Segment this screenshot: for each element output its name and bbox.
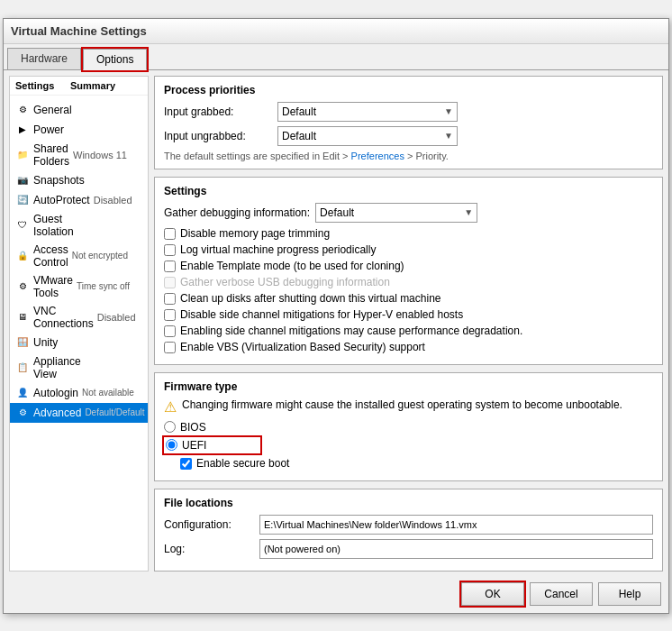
- warning-icon: ⚠: [164, 398, 177, 416]
- secure-boot-row: Enable secure boot: [180, 457, 653, 470]
- vmware-tools-summary: Time sync off: [77, 281, 142, 291]
- sidebar-item-snapshots[interactable]: 📷 Snapshots: [10, 170, 148, 190]
- button-bar: OK Cancel Help: [4, 577, 668, 613]
- appliance-label: Appliance View: [33, 355, 81, 380]
- preferences-link[interactable]: Preferences: [351, 151, 404, 161]
- sidebar-item-vmware-tools[interactable]: ⚙ VMware Tools Time sync off: [10, 271, 148, 302]
- uefi-radio-row: UEFI: [164, 437, 260, 453]
- process-priorities-title: Process priorities: [164, 84, 653, 96]
- input-grabbed-arrow: ▼: [444, 106, 453, 116]
- clean-up-disks-row: Clean up disks after shutting down this …: [164, 292, 653, 305]
- left-panel: Settings Summary ⚙ General ▶ Power 📁 Sha…: [9, 76, 149, 572]
- autologin-label: Autologin: [33, 387, 78, 399]
- config-value: E:\Virtual Machines\New folder\Windows 1…: [259, 515, 653, 535]
- disable-memory-row: Disable memory page trimming: [164, 227, 653, 240]
- input-grabbed-dropdown[interactable]: Default ▼: [277, 102, 458, 122]
- gather-verbose-checkbox[interactable]: [164, 277, 176, 288]
- sidebar-item-general[interactable]: ⚙ General: [10, 100, 148, 120]
- enabling-side-channel-row: Enabling side channel mitigations may ca…: [164, 325, 653, 337]
- right-panel: Process priorities Input grabbed: Defaul…: [154, 76, 663, 572]
- sidebar-item-vnc-connections[interactable]: 🖥 VNC Connections Disabled: [10, 302, 148, 333]
- enabling-side-channel-label: Enabling side channel mitigations may ca…: [180, 325, 522, 337]
- firmware-warning: ⚠ Changing firmware might cause the inst…: [164, 398, 653, 416]
- appliance-icon: 📋: [15, 361, 30, 375]
- sidebar-item-guest-isolation[interactable]: 🛡 Guest Isolation: [10, 210, 148, 241]
- firmware-section: Firmware type ⚠ Changing firmware might …: [154, 372, 663, 481]
- guest-isolation-icon: 🛡: [15, 218, 30, 233]
- log-progress-label: Log virtual machine progress periodicall…: [180, 243, 376, 256]
- enabling-side-channel-checkbox[interactable]: [164, 325, 176, 337]
- dialog-title: Virtual Machine Settings: [11, 24, 147, 38]
- sidebar-item-autologin[interactable]: 👤 Autologin Not available: [10, 383, 148, 403]
- bios-radio[interactable]: [164, 421, 176, 433]
- sidebar-item-autoprotect[interactable]: 🔄 AutoProtect Disabled: [10, 190, 148, 210]
- gather-debug-arrow: ▼: [464, 207, 473, 217]
- summary-col-header: Summary: [70, 80, 142, 91]
- log-label: Log:: [164, 543, 254, 555]
- main-content: Settings Summary ⚙ General ▶ Power 📁 Sha…: [4, 70, 668, 577]
- file-locations-title: File locations: [164, 497, 653, 509]
- settings-col-header: Settings: [15, 80, 65, 91]
- sidebar-item-shared-folders[interactable]: 📁 Shared Folders Windows 11: [10, 140, 148, 170]
- config-row: Configuration: E:\Virtual Machines\New f…: [164, 515, 653, 535]
- disable-memory-checkbox[interactable]: [164, 228, 176, 240]
- help-button[interactable]: Help: [598, 582, 661, 606]
- unity-label: Unity: [33, 336, 58, 349]
- guest-isolation-label: Guest Isolation: [33, 213, 74, 238]
- tab-hardware[interactable]: Hardware: [7, 48, 81, 69]
- autologin-icon: 👤: [15, 386, 30, 400]
- ok-button[interactable]: OK: [461, 582, 524, 606]
- process-priorities-section: Process priorities Input grabbed: Defaul…: [154, 76, 663, 169]
- shared-folders-icon: 📁: [15, 148, 30, 162]
- input-ungrabbed-arrow: ▼: [444, 131, 453, 141]
- input-ungrabbed-dropdown[interactable]: Default ▼: [277, 126, 458, 146]
- gather-debug-dropdown[interactable]: Default ▼: [315, 203, 477, 223]
- secure-boot-label: Enable secure boot: [196, 457, 289, 470]
- secure-boot-checkbox[interactable]: [180, 458, 192, 470]
- power-icon: ▶: [15, 123, 30, 137]
- cancel-button[interactable]: Cancel: [530, 582, 593, 606]
- advanced-label: Advanced: [33, 407, 81, 419]
- vnc-label: VNC Connections: [33, 305, 94, 330]
- vnc-icon: 🖥: [15, 310, 30, 325]
- log-progress-checkbox[interactable]: [164, 244, 176, 256]
- tab-options[interactable]: Options: [83, 49, 147, 70]
- disable-side-channel-label: Disable side channel mitigations for Hyp…: [180, 308, 463, 321]
- autoprotect-icon: 🔄: [15, 193, 30, 207]
- disable-side-channel-row: Disable side channel mitigations for Hyp…: [164, 308, 653, 321]
- access-control-label: Access Control: [33, 243, 68, 269]
- disable-memory-label: Disable memory page trimming: [180, 227, 330, 240]
- log-value: (Not powered on): [259, 539, 653, 559]
- snapshots-icon: 📷: [15, 173, 30, 187]
- uefi-radio[interactable]: [166, 439, 177, 451]
- access-control-summary: Not encrypted: [72, 251, 142, 261]
- firmware-title: Firmware type: [164, 380, 653, 393]
- sidebar-item-power[interactable]: ▶ Power: [10, 120, 148, 140]
- sidebar-item-access-control[interactable]: 🔒 Access Control Not encrypted: [10, 241, 148, 271]
- enable-vbs-checkbox[interactable]: [164, 342, 176, 353]
- sidebar-item-advanced[interactable]: ⚙ Advanced Default/Default: [10, 403, 148, 423]
- gather-debug-label: Gather debugging information:: [164, 206, 310, 219]
- settings-title: Settings: [164, 185, 653, 197]
- shared-folders-label: Shared Folders: [33, 142, 69, 168]
- power-label: Power: [33, 123, 64, 136]
- snapshots-label: Snapshots: [33, 174, 85, 187]
- title-bar: Virtual Machine Settings: [4, 19, 668, 44]
- dialog: Virtual Machine Settings Hardware Option…: [3, 18, 669, 614]
- clean-up-disks-checkbox[interactable]: [164, 293, 176, 305]
- enable-vbs-label: Enable VBS (Virtualization Based Securit…: [180, 341, 425, 353]
- tab-bar: Hardware Options: [4, 44, 668, 70]
- general-icon: ⚙: [15, 103, 30, 117]
- sidebar-item-appliance-view[interactable]: 📋 Appliance View: [10, 352, 148, 383]
- gather-verbose-label: Gather verbose USB debugging information: [180, 276, 390, 288]
- disable-side-channel-checkbox[interactable]: [164, 309, 176, 321]
- sidebar-item-unity[interactable]: 🪟 Unity: [10, 333, 148, 352]
- input-ungrabbed-value: Default: [282, 130, 316, 142]
- enable-template-checkbox[interactable]: [164, 261, 176, 272]
- gather-debug-row: Gather debugging information: Default ▼: [164, 203, 653, 223]
- access-control-icon: 🔒: [15, 249, 30, 263]
- autoprotect-summary: Disabled: [94, 195, 142, 206]
- input-grabbed-value: Default: [282, 105, 316, 118]
- general-label: General: [33, 104, 72, 116]
- bios-radio-row: BIOS: [164, 421, 653, 434]
